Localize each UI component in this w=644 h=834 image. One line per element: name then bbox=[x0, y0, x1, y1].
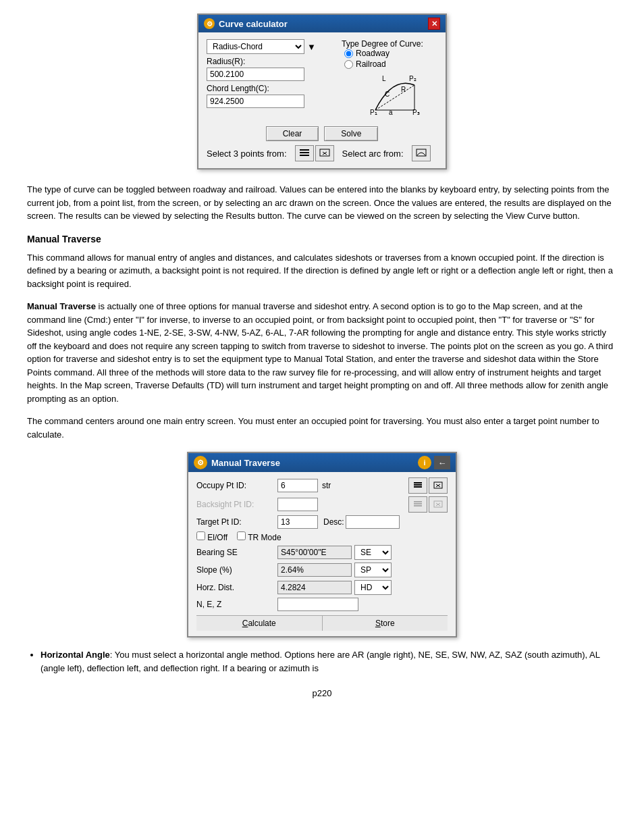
curve-diagram: P₂ P₃ P₁ L R C a bbox=[342, 73, 423, 120]
bearing-row: Bearing SE SE bbox=[196, 545, 448, 560]
clear-button[interactable]: Clear bbox=[266, 126, 319, 141]
top-row: Radius-Chord ▼ Radius(R): Chord Length(C… bbox=[207, 39, 437, 122]
horz-dropdown[interactable]: HD bbox=[354, 580, 392, 595]
svg-rect-12 bbox=[300, 155, 309, 156]
backsight-label: Backsight Pt ID: bbox=[196, 500, 277, 509]
calculate-button[interactable]: Calculate bbox=[196, 616, 323, 631]
radius-input[interactable] bbox=[207, 68, 304, 81]
target-input[interactable] bbox=[277, 515, 318, 529]
bullet-list: Horizontal Angle: You must select a hori… bbox=[41, 648, 617, 675]
occupy-icons bbox=[408, 477, 448, 494]
dropdown-arrow-icon: ▼ bbox=[307, 42, 316, 52]
horz-row: Horz. Dist. HD bbox=[196, 580, 448, 595]
description-paragraph: The type of curve can be toggled between… bbox=[27, 183, 617, 223]
roadway-label: Roadway bbox=[356, 49, 390, 58]
slope-label: Slope (%) bbox=[196, 565, 277, 575]
mt-titlebar-left: ⚙ Manual Traverse bbox=[194, 456, 280, 469]
mt-body: Occupy Pt ID: str Backsight Pt ID: bbox=[188, 472, 456, 636]
mt-paragraph-2: Manual Traverse is actually one of three… bbox=[27, 300, 617, 405]
backsight-list-icon[interactable] bbox=[408, 496, 427, 513]
mt-back-button[interactable]: ← bbox=[434, 456, 450, 469]
svg-rect-24 bbox=[414, 503, 422, 504]
horizontal-angle-bold: Horizontal Angle bbox=[41, 650, 110, 660]
mt-titlebar: ⚙ Manual Traverse i ← bbox=[188, 453, 456, 472]
bearing-dropdown[interactable]: SE bbox=[354, 545, 392, 560]
svg-rect-23 bbox=[414, 501, 422, 502]
occupy-row: Occupy Pt ID: str bbox=[196, 477, 448, 494]
curve-calculator-dialog: ⚙ Curve calculator ✕ Radius-Chord ▼ Radi… bbox=[197, 14, 447, 170]
curve-calculator-body: Radius-Chord ▼ Radius(R): Chord Length(C… bbox=[198, 32, 446, 168]
mt-button-row: Calculate Store bbox=[196, 615, 448, 631]
chord-input[interactable] bbox=[207, 95, 304, 108]
curve-calculator-title: Curve calculator bbox=[219, 19, 288, 29]
svg-rect-10 bbox=[300, 149, 309, 151]
nez-input[interactable] bbox=[277, 598, 358, 611]
railroad-radio[interactable] bbox=[344, 60, 353, 69]
titlebar-left: ⚙ Curve calculator bbox=[204, 18, 288, 29]
backsight-input[interactable] bbox=[277, 498, 318, 511]
svg-rect-13 bbox=[320, 149, 329, 156]
screen-icon-1[interactable] bbox=[315, 145, 334, 161]
occupy-label: Occupy Pt ID: bbox=[196, 481, 277, 490]
occupy-suffix: str bbox=[322, 481, 331, 490]
occupy-screen-icon[interactable] bbox=[429, 477, 448, 494]
store-button[interactable]: Store bbox=[323, 616, 448, 631]
mt-para2-rest: is actually one of three options for man… bbox=[27, 301, 613, 404]
tr-mode-checkbox[interactable] bbox=[237, 531, 246, 540]
backsight-screen-icon[interactable] bbox=[429, 496, 448, 513]
chord-label: Chord Length(C): bbox=[207, 84, 342, 93]
desc-label: Desc: bbox=[323, 517, 344, 527]
roadway-radio-row: Roadway bbox=[344, 49, 437, 58]
target-row: Target Pt ID: Desc: bbox=[196, 515, 448, 529]
bearing-input[interactable] bbox=[277, 546, 352, 559]
backsight-icons bbox=[408, 496, 448, 513]
svg-rect-25 bbox=[414, 505, 422, 506]
railroad-label: Railroad bbox=[356, 59, 386, 69]
svg-text:P₂: P₂ bbox=[409, 75, 417, 82]
svg-text:R: R bbox=[401, 86, 406, 93]
horizontal-angle-item: Horizontal Angle: You must select a hori… bbox=[41, 648, 617, 675]
select-arc-label: Select arc from: bbox=[342, 149, 404, 159]
slope-row: Slope (%) SP bbox=[196, 563, 448, 577]
mt-paragraph-3: The command centers around one main entr… bbox=[27, 415, 617, 441]
radius-label: Radius(R): bbox=[207, 57, 342, 66]
select-arc-icons bbox=[412, 145, 431, 161]
mt-title: Manual Traverse bbox=[211, 458, 280, 468]
calculate-label: alculate bbox=[248, 619, 275, 628]
select-row: Select 3 points from: Select arc from: bbox=[207, 145, 437, 161]
svg-rect-11 bbox=[300, 152, 309, 153]
roadway-radio[interactable] bbox=[344, 49, 353, 58]
desc-input[interactable] bbox=[346, 515, 400, 529]
svg-rect-17 bbox=[414, 482, 422, 484]
close-button[interactable]: ✕ bbox=[428, 18, 440, 30]
railroad-radio-row: Railroad bbox=[344, 59, 437, 69]
solve-button[interactable]: Solve bbox=[324, 126, 378, 141]
svg-rect-19 bbox=[414, 486, 422, 488]
select-points-label: Select 3 points from: bbox=[207, 149, 287, 159]
checkbox-row: El/Off TR Mode bbox=[196, 531, 448, 542]
backsight-row: Backsight Pt ID: bbox=[196, 496, 448, 513]
slope-input[interactable] bbox=[277, 563, 352, 577]
mt-info-icon[interactable]: i bbox=[418, 456, 431, 469]
ei-off-checkbox[interactable] bbox=[196, 531, 205, 540]
nez-row: N, E, Z bbox=[196, 598, 448, 611]
type-degree-label: Type Degree of Curve: bbox=[342, 39, 437, 49]
svg-text:L: L bbox=[382, 75, 386, 82]
slope-dropdown[interactable]: SP bbox=[354, 563, 392, 577]
store-underline: S bbox=[375, 619, 381, 628]
svg-rect-18 bbox=[414, 484, 422, 486]
arc-icon[interactable] bbox=[412, 145, 431, 161]
curve-type-dropdown[interactable]: Radius-Chord bbox=[207, 39, 304, 54]
target-label: Target Pt ID: bbox=[196, 517, 277, 527]
occupy-list-icon[interactable] bbox=[408, 477, 427, 494]
ei-off-checkbox-label: El/Off bbox=[196, 531, 227, 542]
list-icon[interactable] bbox=[295, 145, 314, 161]
mt-paragraph-1: This command allows for manual entry of … bbox=[27, 251, 617, 291]
store-label: tore bbox=[381, 619, 395, 628]
mt-para2-bold: Manual Traverse bbox=[27, 301, 96, 311]
mt-title-icon: ⚙ bbox=[194, 456, 207, 469]
button-row: Clear Solve bbox=[207, 126, 437, 141]
horz-input[interactable] bbox=[277, 581, 352, 594]
occupy-input[interactable] bbox=[277, 479, 318, 492]
horz-label: Horz. Dist. bbox=[196, 583, 277, 592]
